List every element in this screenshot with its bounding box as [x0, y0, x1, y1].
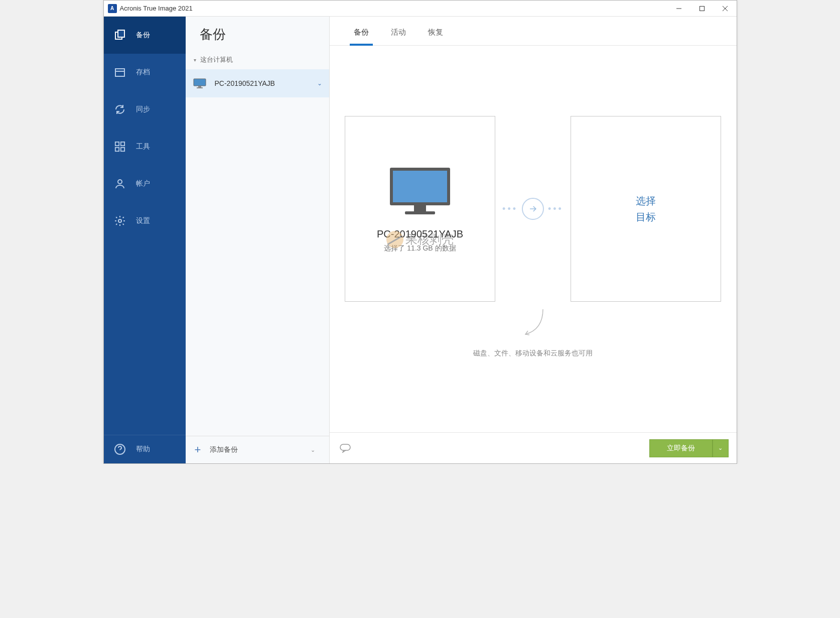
tab-activity[interactable]: 活动 [382, 28, 415, 45]
app-window: A Acronis True Image 2021 备份 [103, 0, 737, 464]
hint-arrow-icon [345, 307, 722, 342]
plus-icon: + [195, 443, 201, 456]
source-name: PC-20190521YAJB [377, 228, 463, 240]
app-title: Acronis True Image 2021 [120, 5, 667, 12]
svg-rect-22 [340, 444, 350, 450]
pc-monitor-icon [193, 78, 207, 88]
tab-recovery[interactable]: 恢复 [419, 28, 452, 45]
backup-now-dropdown[interactable]: ⌄ [713, 439, 729, 457]
sidebar-item-label: 备份 [136, 31, 150, 40]
close-button[interactable] [714, 1, 737, 17]
app-icon: A [108, 4, 117, 13]
sidebar-item-sync[interactable]: 同步 [104, 91, 186, 128]
backup-item-label: PC-20190521YAJB [215, 79, 317, 87]
pc-monitor-icon [385, 165, 455, 220]
backup-list-item[interactable]: PC-20190521YAJB ⌄ [186, 69, 329, 97]
dest-line1: 选择 [636, 193, 656, 209]
sidebar-item-help[interactable]: 帮助 [104, 435, 186, 463]
help-icon [114, 443, 126, 455]
svg-rect-9 [120, 142, 124, 146]
add-backup-dropdown[interactable]: ⌄ [306, 445, 320, 455]
sidebar-item-label: 存档 [136, 68, 150, 77]
svg-point-12 [118, 180, 122, 184]
svg-rect-20 [414, 205, 426, 211]
account-icon [114, 178, 126, 190]
backup-panel-title: 备份 [186, 17, 329, 50]
minimize-button[interactable] [667, 1, 690, 17]
sidebar-item-account[interactable]: 帐户 [104, 165, 186, 202]
sidebar-item-backup[interactable]: 备份 [104, 17, 186, 54]
backup-group-header[interactable]: ▾ 这台计算机 [186, 50, 329, 69]
svg-rect-21 [405, 211, 435, 214]
chevron-down-icon: ⌄ [718, 445, 723, 451]
sidebar-item-label: 帐户 [136, 179, 150, 188]
svg-rect-5 [118, 30, 124, 37]
svg-point-13 [118, 219, 121, 222]
maximize-button[interactable] [690, 1, 714, 17]
sidebar-item-label: 同步 [136, 105, 150, 114]
sidebar-item-settings[interactable]: 设置 [104, 202, 186, 239]
svg-rect-11 [120, 148, 124, 151]
arrow-right-icon [522, 198, 544, 220]
sidebar-item-tools[interactable]: 工具 [104, 128, 186, 165]
content-panel: 备份 活动 恢复 [330, 17, 737, 463]
sidebar-item-label: 工具 [136, 142, 150, 151]
svg-rect-16 [198, 86, 201, 87]
svg-rect-15 [194, 79, 206, 86]
archive-icon [114, 66, 126, 78]
sync-icon [114, 103, 126, 115]
sidebar-item-archive[interactable]: 存档 [104, 54, 186, 91]
svg-rect-10 [115, 148, 118, 151]
hint-text: 磁盘、文件、移动设备和云服务也可用 [345, 349, 722, 358]
tabs: 备份 活动 恢复 [330, 17, 737, 46]
backup-group-label: 这台计算机 [200, 55, 233, 64]
svg-rect-8 [115, 142, 118, 146]
svg-rect-19 [393, 171, 447, 202]
flow-connector: ••• ••• [495, 198, 571, 220]
sidebar-item-label: 设置 [136, 216, 150, 225]
sidebar: 备份 存档 同步 工具 [104, 17, 186, 463]
backup-source-card[interactable]: 果核剥壳 PC-20190521YAJB 选择了 11.3 GB 的数据 [345, 116, 495, 302]
chevron-down-icon: ▾ [194, 57, 196, 63]
svg-rect-17 [197, 87, 203, 88]
sidebar-help-label: 帮助 [136, 445, 150, 454]
comment-icon[interactable] [340, 444, 352, 453]
backup-now-button[interactable]: 立即备份 [649, 439, 713, 457]
add-backup-label: 添加备份 [210, 445, 238, 454]
add-backup-button[interactable]: + 添加备份 [195, 443, 306, 456]
backup-list-panel: 备份 ▾ 这台计算机 PC-20190521YAJB ⌄ + 添加备份 [186, 17, 330, 463]
copy-icon [114, 29, 126, 41]
titlebar: A Acronis True Image 2021 [104, 1, 737, 17]
dots-icon: ••• [502, 204, 518, 214]
settings-icon [114, 215, 126, 227]
tools-icon [114, 141, 126, 153]
dest-line2: 目标 [636, 209, 656, 225]
svg-rect-6 [115, 69, 124, 76]
dots-icon: ••• [548, 204, 564, 214]
tab-backup[interactable]: 备份 [345, 28, 378, 45]
chevron-down-icon[interactable]: ⌄ [317, 80, 322, 87]
backup-destination-card[interactable]: 选择 目标 [571, 116, 721, 302]
source-size-text: 选择了 11.3 GB 的数据 [384, 244, 456, 253]
svg-rect-1 [699, 6, 704, 11]
